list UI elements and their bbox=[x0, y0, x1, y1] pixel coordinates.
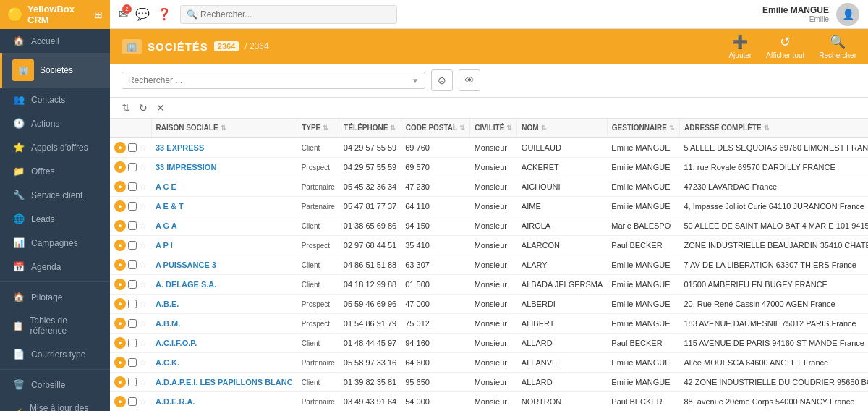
sidebar-item-contacts[interactable]: 👥 Contacts bbox=[0, 88, 110, 111]
row-orange-btn[interactable]: ● bbox=[114, 200, 126, 212]
row-orange-btn[interactable]: ● bbox=[114, 142, 126, 153]
row-star[interactable]: ☆ bbox=[139, 182, 147, 192]
row-star[interactable]: ☆ bbox=[139, 221, 147, 231]
company-name[interactable]: A E & T bbox=[156, 202, 184, 211]
row-orange-btn[interactable]: ● bbox=[114, 298, 126, 310]
sidebar-item-tables[interactable]: 📋 Tables de référence bbox=[0, 309, 110, 342]
row-orange-btn[interactable]: ● bbox=[114, 259, 126, 271]
topbar-search-box[interactable]: 🔍 bbox=[180, 5, 397, 24]
sidebar-item-actions[interactable]: 🕐 Actions bbox=[0, 111, 110, 135]
sidebar-item-service[interactable]: 🔧 Service client bbox=[0, 183, 110, 207]
sidebar-item-corbeille[interactable]: 🗑️ Corbeille bbox=[0, 373, 110, 397]
row-star[interactable]: ☆ bbox=[139, 299, 147, 309]
notification-icon[interactable]: ✉ 2 bbox=[119, 7, 128, 21]
row-star[interactable]: ☆ bbox=[139, 377, 147, 387]
sidebar-item-accueil[interactable]: 🏠 Accueil bbox=[0, 29, 110, 53]
help-icon[interactable]: ❓ bbox=[157, 7, 171, 21]
company-name[interactable]: A.C.I.F.O.P. bbox=[156, 339, 197, 347]
col-code-postal[interactable]: CODE POSTAL ⇅ bbox=[401, 119, 469, 137]
row-orange-btn[interactable]: ● bbox=[114, 396, 126, 407]
sidebar-item-appels[interactable]: ⭐ Appels d'offres bbox=[0, 135, 110, 159]
filter-search-box[interactable]: ▼ bbox=[122, 72, 425, 89]
company-name[interactable]: A P I bbox=[156, 241, 173, 250]
company-name[interactable]: A.B.M. bbox=[156, 319, 180, 328]
show-all-button[interactable]: ↺ Afficher tout bbox=[766, 34, 804, 59]
company-name[interactable]: A.B.E. bbox=[156, 300, 179, 308]
sidebar-item-campagnes[interactable]: 📊 Campagnes bbox=[0, 231, 110, 255]
company-name[interactable]: A C E bbox=[156, 182, 176, 191]
sidebar-item-courriers[interactable]: 📄 Courriers type bbox=[0, 342, 110, 366]
row-orange-btn[interactable]: ● bbox=[114, 279, 126, 290]
row-orange-btn[interactable]: ● bbox=[114, 337, 126, 349]
row-orange-btn[interactable]: ● bbox=[114, 318, 126, 329]
row-checkbox[interactable] bbox=[128, 378, 137, 386]
company-name[interactable]: A PUISSANCE 3 bbox=[156, 260, 216, 269]
refresh-table-icon[interactable]: ↻ bbox=[139, 102, 148, 114]
view-icon-btn[interactable]: 👁 bbox=[459, 69, 480, 91]
row-checkbox[interactable] bbox=[128, 163, 137, 171]
col-raison-sociale[interactable]: RAISON SOCIALE ⇅ bbox=[151, 119, 297, 137]
row-checkbox[interactable] bbox=[128, 339, 137, 347]
search-button[interactable]: 🔍 Rechercher bbox=[819, 34, 856, 59]
col-nom[interactable]: NOM ⇅ bbox=[517, 119, 608, 137]
col-type[interactable]: TYPE ⇅ bbox=[297, 119, 339, 137]
row-star[interactable]: ☆ bbox=[139, 338, 147, 348]
row-star[interactable]: ☆ bbox=[139, 260, 147, 270]
company-name[interactable]: A.C.K. bbox=[156, 358, 179, 367]
user-avatar[interactable]: 👤 bbox=[836, 3, 859, 26]
col-telephone[interactable]: TÉLÉPHONE ⇅ bbox=[339, 119, 401, 137]
sidebar-item-pilotage[interactable]: 🏠 Pilotage bbox=[0, 285, 110, 309]
row-checkbox[interactable] bbox=[128, 241, 137, 250]
row-star[interactable]: ☆ bbox=[139, 279, 147, 289]
add-button[interactable]: ➕ Ajouter bbox=[728, 34, 752, 59]
row-checkbox[interactable] bbox=[128, 397, 137, 406]
type-badge: Client bbox=[302, 144, 320, 152]
row-orange-btn[interactable]: ● bbox=[114, 357, 126, 368]
sidebar-item-agenda[interactable]: 📅 Agenda bbox=[0, 255, 110, 279]
row-orange-btn[interactable]: ● bbox=[114, 161, 126, 173]
app-logo[interactable]: 🟡 YellowBox CRM ⊞ bbox=[0, 0, 110, 29]
filter-icon-btn[interactable]: ⊜ bbox=[431, 69, 453, 91]
row-star[interactable]: ☆ bbox=[139, 318, 147, 329]
cell-civility: Monsieur bbox=[470, 314, 517, 334]
row-orange-btn[interactable]: ● bbox=[114, 220, 126, 232]
row-orange-btn[interactable]: ● bbox=[114, 240, 126, 251]
row-checkbox[interactable] bbox=[128, 358, 137, 367]
sidebar-item-offres[interactable]: 📁 Offres bbox=[0, 159, 110, 183]
chat-icon[interactable]: 💬 bbox=[135, 7, 150, 21]
filter-search-input[interactable] bbox=[128, 75, 409, 85]
row-checkbox[interactable] bbox=[128, 221, 137, 230]
row-checkbox[interactable] bbox=[128, 319, 137, 328]
company-name[interactable]: A.D.E.R.A. bbox=[156, 397, 195, 406]
sidebar-item-dates[interactable]: ⚡ Mise à jour des dates bbox=[0, 397, 110, 411]
row-checkbox[interactable] bbox=[128, 300, 137, 308]
company-name[interactable]: A G A bbox=[156, 221, 177, 230]
grid-icon[interactable]: ⊞ bbox=[94, 9, 103, 20]
row-star[interactable]: ☆ bbox=[139, 162, 147, 172]
row-star[interactable]: ☆ bbox=[139, 240, 147, 250]
company-name[interactable]: A.D.A.P.E.I. LES PAPILLONS BLANC bbox=[156, 378, 293, 386]
company-name[interactable]: A. DELAGE S.A. bbox=[156, 280, 216, 289]
row-orange-btn[interactable]: ● bbox=[114, 181, 126, 192]
company-name[interactable]: 33 EXPRESS bbox=[156, 143, 204, 152]
col-adresse[interactable]: ADRESSE COMPLÈTE ⇅ bbox=[679, 119, 868, 137]
row-star[interactable]: ☆ bbox=[139, 201, 147, 211]
row-checkbox[interactable] bbox=[128, 260, 137, 269]
row-checkbox[interactable] bbox=[128, 143, 137, 152]
col-gestionnaire[interactable]: GESTIONNAIRE ⇅ bbox=[607, 119, 679, 137]
col-civilite[interactable]: CIVILITÉ ⇅ bbox=[470, 119, 517, 137]
row-star[interactable]: ☆ bbox=[139, 357, 147, 368]
company-name[interactable]: 33 IMPRESSION bbox=[156, 163, 216, 171]
sidebar-item-leads[interactable]: 🌐 Leads bbox=[0, 207, 110, 231]
sort-icon[interactable]: ⇅ bbox=[122, 102, 130, 114]
topbar-search-input[interactable] bbox=[200, 9, 391, 20]
settings-table-icon[interactable]: ✕ bbox=[156, 102, 165, 114]
cell-postal: 01 500 bbox=[401, 275, 469, 295]
sidebar-item-societes[interactable]: 🏢 Sociétés bbox=[0, 53, 110, 88]
row-star[interactable]: ☆ bbox=[139, 143, 147, 153]
row-checkbox[interactable] bbox=[128, 182, 137, 191]
row-orange-btn[interactable]: ● bbox=[114, 376, 126, 388]
row-checkbox[interactable] bbox=[128, 280, 137, 289]
row-star[interactable]: ☆ bbox=[139, 397, 147, 407]
row-checkbox[interactable] bbox=[128, 202, 137, 211]
